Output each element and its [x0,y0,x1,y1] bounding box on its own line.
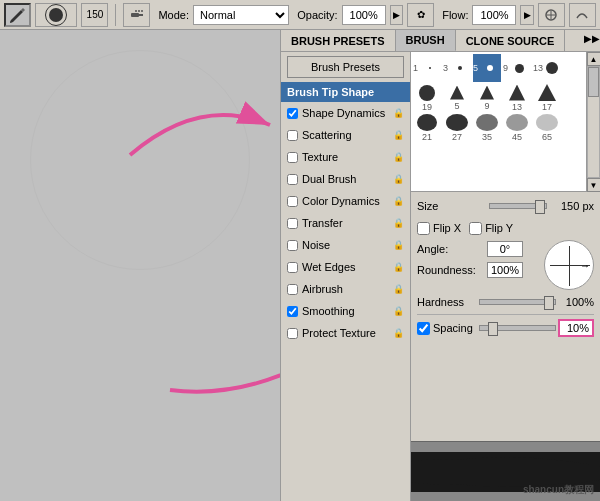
checkbox-transfer[interactable] [287,218,298,229]
option-smoothing[interactable]: Smoothing 🔒 [281,300,410,322]
airbrush-button[interactable] [123,3,150,27]
hardness-thumb[interactable] [544,296,554,310]
brush-tip-shape-header[interactable]: Brush Tip Shape [281,82,410,102]
brush-presets-button[interactable]: Brush Presets [287,56,404,78]
scroll-down[interactable]: ▼ [587,178,601,192]
tab-brush-presets[interactable]: BRUSH PRESETS [281,30,396,51]
opacity-input[interactable] [342,5,386,25]
lock-dual-brush: 🔒 [392,172,404,186]
hardness-row: Hardness 100% [417,293,594,311]
checkbox-airbrush[interactable] [287,284,298,295]
brush-cell-9b[interactable]: 9 [473,84,501,112]
option-dual-brush[interactable]: Dual Brush 🔒 [281,168,410,190]
brush-cell-5[interactable]: 5 [473,54,501,82]
checkbox-noise[interactable] [287,240,298,251]
flip-x-label[interactable]: Flip X [417,222,461,235]
main-area: BRUSH PRESETS BRUSH CLONE SOURCE ▶▶ Brus… [0,30,600,501]
option-shape-dynamics[interactable]: Shape Dynamics 🔒 [281,102,410,124]
lock-color-dynamics: 🔒 [392,194,404,208]
size-row: Size 150 px [417,196,594,216]
checkbox-color-dynamics[interactable] [287,196,298,207]
brush-cell-13b[interactable]: 13 [503,84,531,112]
tab-clone-source[interactable]: CLONE SOURCE [456,30,566,51]
roundness-row: Roundness: [417,261,536,279]
checkbox-smoothing[interactable] [287,306,298,317]
lock-transfer: 🔒 [392,216,404,230]
brush-cell-13[interactable]: 13 [533,54,561,82]
option-texture[interactable]: Texture 🔒 [281,146,410,168]
checkbox-protect-texture[interactable] [287,328,298,339]
tab-brush[interactable]: BRUSH [396,30,456,51]
checkbox-shape-dynamics[interactable] [287,108,298,119]
brush-cell-9[interactable]: 9 [503,54,531,82]
lock-protect-texture: 🔒 [392,326,404,340]
brush-cell-65[interactable]: 65 [533,114,561,142]
size-slider[interactable] [489,203,547,209]
opacity-label: Opacity: [297,9,337,21]
option-color-dynamics[interactable]: Color Dynamics 🔒 [281,190,410,212]
checkbox-scattering[interactable] [287,130,298,141]
brush-panel: BRUSH PRESETS BRUSH CLONE SOURCE ▶▶ Brus… [280,30,600,501]
brush-cell-5b[interactable]: 5 [443,84,471,112]
angle-label: Angle: [417,243,487,255]
brush-cell-21[interactable]: 21 [413,114,441,142]
brush-options-list: Shape Dynamics 🔒 Scattering 🔒 Texture 🔒 [281,102,410,344]
option-scattering[interactable]: Scattering 🔒 [281,124,410,146]
brush-cell-45[interactable]: 45 [503,114,531,142]
brush-cell-27[interactable]: 27 [443,114,471,142]
flip-x-checkbox[interactable] [417,222,430,235]
scroll-up[interactable]: ▲ [587,52,601,66]
grid-row-1: 1 3 5 9 13 [413,54,584,82]
brush-tip-grid[interactable]: 1 3 5 9 13 19 [411,52,586,192]
option-protect-texture[interactable]: Protect Texture 🔒 [281,322,410,344]
flip-y-label[interactable]: Flip Y [469,222,513,235]
brush-cell-17[interactable]: 17 [533,84,561,112]
brush-size-button[interactable] [35,3,77,27]
option-transfer[interactable]: Transfer 🔒 [281,212,410,234]
pink-arrow-2 [160,320,280,400]
checkbox-texture[interactable] [287,152,298,163]
panel-content: Brush Presets Brush Tip Shape Shape Dyna… [281,52,600,501]
svg-point-3 [138,10,140,12]
brush-cell-35[interactable]: 35 [473,114,501,142]
option-airbrush[interactable]: Airbrush 🔒 [281,278,410,300]
option-wet-edges[interactable]: Wet Edges 🔒 [281,256,410,278]
canvas-area[interactable] [0,30,280,501]
brush-cell-19[interactable]: 19 [413,84,441,112]
hardness-label: Hardness [417,296,477,308]
checkbox-dual-brush[interactable] [287,174,298,185]
spacing-checkbox[interactable] [417,322,430,335]
angle-input[interactable] [487,241,523,257]
hardness-slider[interactable] [479,299,556,305]
flow-arrow[interactable]: ▶ [520,5,534,25]
scroll-track[interactable] [587,66,600,178]
angle-diagram[interactable]: → [544,240,594,290]
panel-menu-icon[interactable]: ▶▶ [584,30,600,46]
flow-input[interactable] [472,5,516,25]
brush-sidebar: Brush Presets Brush Tip Shape Shape Dyna… [281,52,411,501]
brush-cell-1[interactable]: 1 [413,54,441,82]
angle-row: Angle: [417,240,536,258]
spacing-checkbox-label[interactable]: Spacing [417,322,477,335]
tablet-pressure2[interactable] [569,3,596,27]
brush-tool-button[interactable] [4,3,31,27]
airbrush-toggle[interactable]: ✿ [407,3,434,27]
spacing-slider[interactable] [479,325,556,331]
opacity-arrow[interactable]: ▶ [390,5,404,25]
scroll-thumb[interactable] [588,67,599,97]
checkbox-wet-edges[interactable] [287,262,298,273]
brush-cell-3[interactable]: 3 [443,54,471,82]
flip-y-checkbox[interactable] [469,222,482,235]
mode-select[interactable]: Normal [193,5,289,25]
tablet-pressure[interactable] [538,3,565,27]
spacing-thumb[interactable] [488,322,498,336]
spacing-value[interactable]: 10% [558,319,594,337]
grid-scrollbar[interactable]: ▲ ▼ [586,52,600,192]
grid-row-2: 19 5 9 13 [413,84,584,112]
spacing-row: Spacing 10% [417,318,594,338]
brush-right: 1 3 5 9 13 19 [411,52,600,501]
toolbar: 150 Mode: Normal Opacity: ▶ ✿ Flow: ▶ [0,0,600,30]
size-thumb[interactable] [535,200,545,214]
option-noise[interactable]: Noise 🔒 [281,234,410,256]
roundness-input[interactable] [487,262,523,278]
